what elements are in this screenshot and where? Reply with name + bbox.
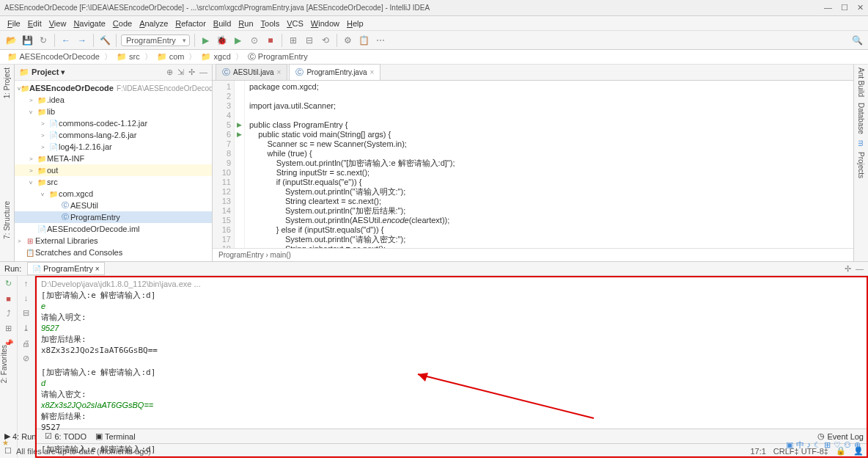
crumb-1[interactable]: 📁 src: [114, 51, 143, 62]
stop-icon[interactable]: ■: [264, 34, 277, 47]
maximize-icon[interactable]: ☐: [841, 3, 848, 12]
scroll-icon[interactable]: ⤓: [23, 324, 29, 333]
tree-item[interactable]: v📁 src: [15, 176, 212, 188]
down-icon[interactable]: ↓: [24, 293, 29, 302]
tree-item[interactable]: v📁 com.xgcd: [15, 188, 212, 200]
tree-item[interactable]: >📄 commons-codec-1.12.jar: [15, 117, 212, 129]
tree-item[interactable]: Ⓒ ProgramEntry: [15, 211, 212, 223]
tree-item[interactable]: >📄 commons-lang-2.6.jar: [15, 129, 212, 141]
menu-view[interactable]: View: [46, 18, 70, 29]
run-config-selector[interactable]: ProgramEntry: [121, 34, 190, 46]
refresh-icon[interactable]: ↻: [37, 34, 50, 47]
sidebar-tab-m[interactable]: m: [857, 140, 865, 146]
build-icon[interactable]: 🔨: [98, 34, 111, 47]
settings-icon[interactable]: ⚙: [342, 34, 355, 47]
project-tree[interactable]: v📁 AESEncodeOrDecodeF:\IDEA\AESEncodeOrD…: [15, 81, 212, 261]
menu-window[interactable]: Window: [308, 18, 342, 29]
crumb-4[interactable]: Ⓒ ProgramEntry: [245, 51, 311, 63]
menu-refactor[interactable]: Refactor: [172, 18, 209, 29]
sidebar-tab-ant[interactable]: Ant Build: [857, 68, 865, 97]
wrap-icon[interactable]: ⊟: [23, 308, 29, 318]
exit-icon[interactable]: ⤴: [7, 309, 11, 318]
tree-item[interactable]: 📄 AESEncodeOrDecode.iml: [15, 223, 212, 235]
editor-breadcrumb[interactable]: ProgramEntry › main(): [213, 248, 853, 261]
coverage-icon[interactable]: ▶: [232, 34, 245, 47]
tree-root[interactable]: v📁 AESEncodeOrDecodeF:\IDEA\AESEncodeOrD…: [15, 82, 212, 94]
run-icon[interactable]: ▶: [199, 34, 213, 47]
project-view-selector[interactable]: 📁 Project ▾: [19, 68, 65, 77]
close-icon[interactable]: ✕: [857, 3, 864, 12]
action5-icon[interactable]: ♡: [834, 440, 841, 451]
target-icon[interactable]: ⊕: [166, 68, 173, 77]
editor-tab[interactable]: ⒸProgramEntry.java×: [289, 64, 380, 80]
hide-icon[interactable]: —: [856, 264, 864, 274]
tab-run[interactable]: ▶ 4: Run: [4, 431, 36, 441]
sidebar-tab-projects[interactable]: Projects: [857, 152, 865, 178]
more-icon[interactable]: ⋯: [374, 34, 387, 47]
forward-icon[interactable]: →: [76, 34, 89, 47]
tree-item[interactable]: v📁 lib: [15, 106, 212, 117]
action7-icon[interactable]: ⊕: [854, 440, 861, 451]
tree-item[interactable]: >📁 out: [15, 164, 212, 176]
menu-edit[interactable]: Edit: [25, 18, 45, 29]
menu-code[interactable]: Code: [110, 18, 135, 29]
collapse-icon[interactable]: ⇲: [177, 68, 184, 77]
search-icon[interactable]: 🔍: [850, 34, 864, 47]
print-icon[interactable]: 🖨: [22, 339, 30, 348]
crumb-2[interactable]: 📁 com: [154, 51, 188, 62]
run-gutter[interactable]: ▶▶: [235, 81, 245, 248]
hide-icon[interactable]: —: [199, 68, 207, 77]
code-editor[interactable]: 1234567891011121314151617181920212223242…: [213, 81, 853, 248]
status-icon[interactable]: ☐: [4, 446, 12, 456]
debug-icon[interactable]: 🐞: [216, 34, 229, 47]
menu-run[interactable]: Run: [235, 18, 256, 29]
sync-icon[interactable]: ⟲: [319, 34, 332, 47]
tree-item[interactable]: >📁 META-INF: [15, 153, 212, 164]
project-structure-icon[interactable]: 📋: [358, 34, 371, 47]
crumb-3[interactable]: 📁 xgcd: [198, 51, 233, 62]
run-tab[interactable]: 📄 ProgramEntry ×: [27, 262, 104, 275]
action4-icon[interactable]: ⊞: [824, 440, 831, 451]
hierarchy-icon[interactable]: ⊟: [303, 34, 316, 47]
tree-item[interactable]: >📄 log4j-1.2.16.jar: [15, 141, 212, 153]
save-icon[interactable]: 💾: [21, 34, 34, 47]
menu-navigate[interactable]: Navigate: [70, 18, 108, 29]
rerun-icon[interactable]: ↻: [5, 279, 12, 288]
up-icon[interactable]: ↑: [24, 279, 29, 288]
profile-icon[interactable]: ⊙: [248, 34, 261, 47]
sidebar-tab-database[interactable]: Database: [857, 103, 865, 134]
filter-icon[interactable]: ▣: [786, 440, 793, 451]
gear-icon[interactable]: ✢: [845, 264, 851, 274]
action6-icon[interactable]: ⚇: [844, 440, 851, 451]
clear-icon[interactable]: ⊘: [23, 354, 29, 363]
action1-icon[interactable]: 中: [796, 440, 804, 451]
tree-item[interactable]: >📁 .idea: [15, 94, 212, 106]
sidebar-tab-favorites[interactable]: 2: Favorites: [0, 345, 8, 383]
menu-build[interactable]: Build: [210, 18, 234, 29]
menu-file[interactable]: File: [4, 18, 23, 29]
menu-analyze[interactable]: Analyze: [136, 18, 171, 29]
minimize-icon[interactable]: —: [824, 3, 832, 12]
tree-scratches[interactable]: 📋 Scratches and Consoles: [15, 247, 212, 258]
action2-icon[interactable]: ♪: [807, 440, 812, 451]
editor-tab[interactable]: ⒸAESUtil.java×: [216, 64, 287, 80]
tree-ext-lib[interactable]: >⊞ External Libraries: [15, 235, 212, 247]
window-title: AESEncodeOrDecode [F:\IDEA\AESEncodeOrDe…: [4, 4, 824, 12]
editor-tabs: ⒸAESUtil.java×ⒸProgramEntry.java×: [213, 65, 853, 81]
sidebar-tab-structure[interactable]: 7: Structure: [3, 201, 11, 239]
structure-icon[interactable]: ⊞: [287, 34, 300, 47]
code-content[interactable]: package com.xgcd; import java.util.Scann…: [245, 81, 853, 248]
crumb-0[interactable]: 📁 AESEncodeOrDecode: [4, 51, 103, 62]
tree-item[interactable]: Ⓒ AESUtil: [15, 200, 212, 211]
stop-icon[interactable]: ■: [6, 294, 11, 303]
menu-help[interactable]: Help: [344, 18, 367, 29]
settings-icon[interactable]: ✢: [188, 68, 195, 77]
action3-icon[interactable]: ☾: [814, 440, 821, 451]
menu-tools[interactable]: Tools: [258, 18, 283, 29]
sidebar-tab-project[interactable]: 1: Project: [3, 68, 11, 98]
layout-icon[interactable]: ⊞: [5, 324, 12, 333]
menu-vcs[interactable]: VCS: [284, 18, 306, 29]
console-output[interactable]: D:\Develop\java\jdk1.8.0_112\bin\java.ex…: [35, 276, 868, 458]
back-icon[interactable]: ←: [59, 34, 73, 47]
open-icon[interactable]: 📂: [4, 34, 18, 47]
